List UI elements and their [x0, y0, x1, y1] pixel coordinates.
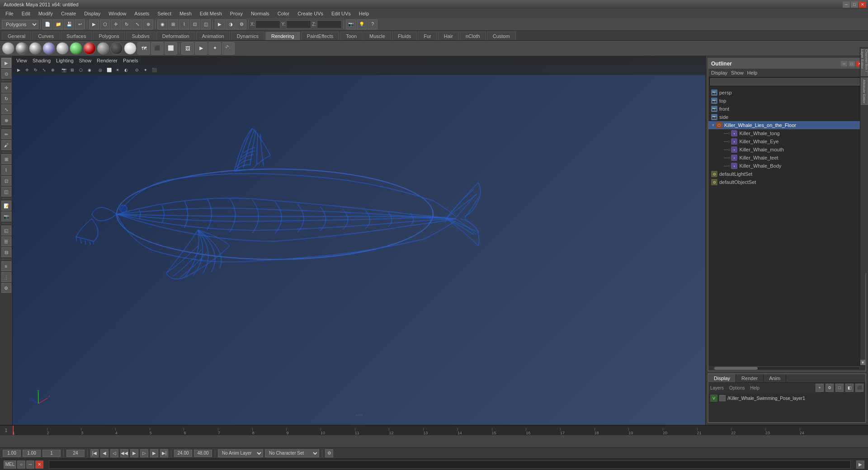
vp-scale-icon[interactable]: ⤡: [40, 66, 48, 74]
play-back-btn[interactable]: ◀◀: [120, 449, 128, 457]
snap-point-tool-btn[interactable]: ⊡: [1, 176, 11, 186]
lasso-btn[interactable]: ⬡: [100, 19, 110, 29]
outliner-help-menu[interactable]: Help: [747, 70, 758, 75]
outliner-item-teet[interactable]: —○ ▪ Killer_Whale_teet: [715, 154, 860, 162]
preferences-btn[interactable]: ⚙: [325, 449, 333, 457]
menu-proxy[interactable]: Proxy: [226, 10, 246, 17]
layer-color-swatch[interactable]: [719, 395, 726, 401]
shelf-icon-render-view[interactable]: 🖼: [181, 42, 194, 55]
outliner-hscrollbar[interactable]: [708, 365, 865, 371]
outliner-item-top[interactable]: 📷 top: [708, 97, 860, 105]
go-to-start-btn[interactable]: |◀: [90, 449, 99, 457]
rotate-btn[interactable]: ↻: [122, 19, 132, 29]
select-btn[interactable]: ▶: [89, 19, 99, 29]
shelf-sphere-phong[interactable]: [29, 42, 42, 55]
range-start-input[interactable]: [66, 450, 85, 457]
outliner-item-killer-whale-group[interactable]: ▼ ⬡ Killer_Whale_Lies_on_the_Floor: [708, 121, 860, 129]
attribute-editor-tab[interactable]: Attribute Editor: [861, 78, 868, 105]
range-end2-input[interactable]: [194, 450, 212, 457]
view-menu[interactable]: View: [16, 58, 27, 63]
outliner-show-menu[interactable]: Show: [731, 70, 744, 75]
menu-color[interactable]: Color: [274, 10, 293, 17]
vp-isolate-icon[interactable]: ◎: [96, 66, 104, 74]
prev-key-btn[interactable]: ◁: [110, 449, 118, 457]
outliner-item-default-light-set[interactable]: ⊙ defaultLightSet: [708, 170, 860, 178]
menu-modify[interactable]: Modify: [35, 10, 57, 17]
outliner-item-tong[interactable]: —○ ▪ Killer_Whale_tong: [715, 129, 860, 137]
camera-btn[interactable]: 📷: [346, 19, 356, 29]
tab-polygons[interactable]: Polygons: [93, 32, 125, 40]
cmd-feedback-btn[interactable]: ○: [17, 461, 25, 469]
shelf-sphere-green[interactable]: [70, 42, 82, 55]
outliner-item-persp[interactable]: 📷 persp: [708, 89, 860, 97]
vp-select-icon[interactable]: ▶: [14, 66, 23, 74]
anim-layer-dropdown[interactable]: No Anim Layer: [218, 449, 263, 457]
tab-ncloth[interactable]: nCloth: [460, 32, 486, 40]
renderer-menu[interactable]: Renderer: [97, 58, 118, 63]
z-coord-input[interactable]: [317, 20, 342, 28]
tab-curves[interactable]: Curves: [32, 32, 60, 40]
vp-wire-icon[interactable]: ⬡: [77, 66, 85, 74]
select-tool-btn[interactable]: ▶: [1, 58, 11, 68]
layers-display-tab[interactable]: Display: [708, 374, 736, 382]
vp-xray-icon[interactable]: ⊙: [133, 66, 141, 74]
tab-painteffects[interactable]: PaintEffects: [301, 32, 340, 40]
vp-hud-icon[interactable]: ⬛: [150, 66, 158, 74]
layers-anim-tab[interactable]: Anim: [764, 374, 786, 382]
snap-grid-tool-btn[interactable]: ⊞: [1, 154, 11, 164]
go-to-end-btn[interactable]: ▶|: [160, 449, 168, 457]
camera-tool-btn[interactable]: 📷: [1, 212, 11, 221]
prev-frame-btn[interactable]: ◀: [100, 449, 108, 457]
maximize-button[interactable]: □: [851, 1, 858, 8]
render-settings-btn[interactable]: ⚙: [236, 19, 246, 29]
paint-select-btn[interactable]: ⊙: [1, 69, 11, 79]
move-btn[interactable]: ✛: [111, 19, 121, 29]
scale-btn[interactable]: ⤡: [132, 19, 142, 29]
tab-animation[interactable]: Animation: [196, 32, 230, 40]
close-button[interactable]: ✕: [859, 1, 866, 8]
snap-point-btn[interactable]: ⊡: [190, 19, 200, 29]
tab-hair[interactable]: Hair: [438, 32, 459, 40]
vp-smooth-icon[interactable]: ◉: [85, 66, 94, 74]
play-fwd-btn[interactable]: ▶: [130, 449, 138, 457]
tab-muscle[interactable]: Muscle: [363, 32, 391, 40]
render-layer-btn[interactable]: ⊟: [1, 247, 11, 257]
range-end-input[interactable]: [174, 450, 192, 457]
annotation-btn[interactable]: 📝: [1, 201, 11, 211]
vp-camera-icon[interactable]: 📷: [60, 66, 68, 74]
rotate-tool-btn[interactable]: ↻: [1, 94, 11, 103]
character-set-dropdown[interactable]: No Character Set: [265, 449, 319, 457]
x-coord-input[interactable]: [255, 20, 280, 28]
render-region-btn[interactable]: ◱: [1, 226, 11, 235]
save-btn[interactable]: 💾: [64, 19, 74, 29]
shelf-sphere-metal[interactable]: [56, 42, 69, 55]
soft-select-btn[interactable]: ◉: [157, 19, 167, 29]
tab-rendering[interactable]: Rendering: [265, 32, 300, 40]
tab-custom[interactable]: Custom: [487, 32, 516, 40]
lighting-menu[interactable]: Lighting: [56, 58, 74, 63]
snap-curve-tool-btn[interactable]: ⌇: [1, 165, 11, 175]
menu-normals[interactable]: Normals: [247, 10, 273, 17]
tab-fur[interactable]: Fur: [418, 32, 437, 40]
panels-menu[interactable]: Panels: [123, 58, 138, 63]
tab-general[interactable]: General: [2, 32, 31, 40]
y-coord-input[interactable]: [286, 20, 311, 28]
tab-toon[interactable]: Toon: [340, 32, 363, 40]
outliner-item-body[interactable]: —○ ▪ Killer_Whale_Body: [715, 162, 860, 170]
start-frame-input[interactable]: [3, 450, 21, 457]
shelf-icon-fx[interactable]: ✦: [208, 42, 221, 55]
shelf-sphere-dark[interactable]: [110, 42, 123, 55]
help-line-btn[interactable]: ?: [368, 19, 377, 29]
menu-file[interactable]: File: [2, 10, 17, 17]
outliner-window-controls[interactable]: ─ □ ✕: [841, 61, 863, 66]
layers-help-menu[interactable]: Help: [750, 385, 760, 390]
outliner-item-default-object-set[interactable]: ⊙ defaultObjectSet: [708, 178, 860, 186]
undo-btn[interactable]: ↩: [75, 19, 85, 29]
vp-rotate-icon[interactable]: ↻: [32, 66, 40, 74]
timeline-ruler[interactable]: 1 1 2 3 4 5 6 7 8 9 10 11 12 13 14 15 16: [0, 426, 868, 435]
shelf-icon-render2[interactable]: ⬛: [151, 42, 164, 55]
outliner-maximize[interactable]: □: [849, 61, 855, 66]
vp-grid-icon[interactable]: ⊞: [68, 66, 76, 74]
layer-options-btn[interactable]: ⚙: [826, 384, 834, 392]
sculpt-btn[interactable]: ✏: [1, 129, 11, 139]
